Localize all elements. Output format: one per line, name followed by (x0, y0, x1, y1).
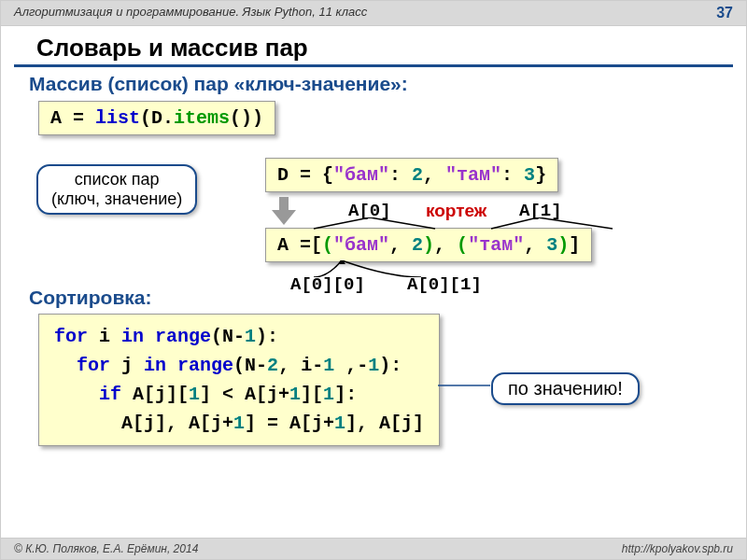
slide-title: Словарь и массив пар (14, 26, 733, 67)
svg-marker-3 (272, 210, 296, 225)
anno-a01: A[0][1] (407, 274, 482, 295)
svg-rect-2 (279, 197, 289, 212)
page-number: 37 (716, 5, 733, 21)
anno-a0: A[0] (348, 201, 391, 221)
callout-by-value: по значению! (491, 372, 640, 405)
anno-tuple: кортеж (426, 201, 486, 221)
anno-a00: A[0][0] (290, 274, 365, 295)
slide-header: Алгоритмизация и программирование. Язык … (1, 1, 746, 26)
arrow-down-icon (272, 197, 296, 229)
anno-a1: A[1] (519, 201, 562, 221)
course-title: Алгоритмизация и программирование. Язык … (14, 5, 367, 21)
footer-author: © К.Ю. Поляков, Е.А. Ерёмин, 2014 (14, 542, 198, 555)
callout-pair-list: список пар (ключ, значение) (36, 164, 197, 215)
slide-footer: © К.Ю. Поляков, Е.А. Ерёмин, 2014 http:/… (1, 538, 746, 559)
footer-url: http://kpolyakov.spb.ru (622, 542, 733, 555)
sort-label: Сортировка: (1, 281, 180, 315)
code-dict: D = {"бам": 2, "там": 3} (265, 158, 558, 192)
code-sort: for i in range(N-1): for j in range(N-2,… (38, 314, 440, 446)
code-list-items: A = list(D.items()) (38, 101, 275, 135)
code-pairs-array: A =[("бам", 2), ("там", 3)] (265, 228, 592, 262)
subtitle: Массив (список) пар «ключ-значение»: (1, 73, 746, 101)
